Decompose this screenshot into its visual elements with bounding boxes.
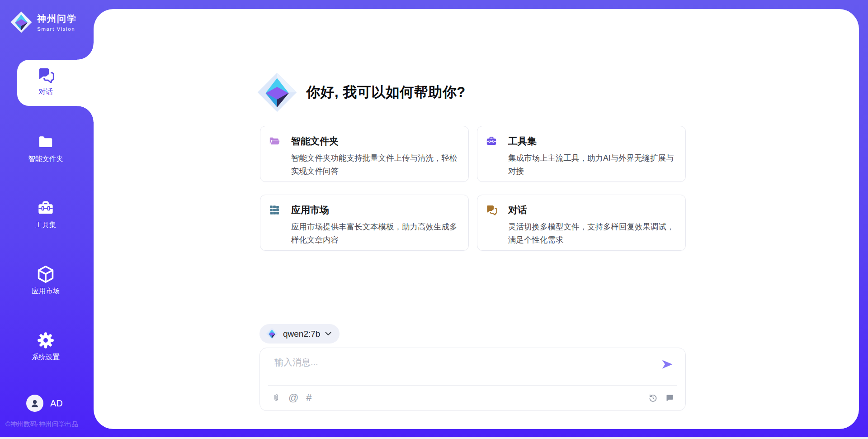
sidebar-item-toolset[interactable]: 工具集 (0, 198, 91, 230)
message-composer: @ # (259, 348, 686, 411)
sidebar-item-smart-folder[interactable]: 智能文件夹 (0, 132, 91, 164)
folder-icon (36, 132, 55, 152)
card-title: 工具集 (508, 135, 537, 148)
person-icon (29, 398, 40, 409)
chevron-down-icon (325, 332, 331, 336)
horizontal-scrollbar[interactable] (0, 437, 868, 439)
folder-open-icon (269, 135, 282, 147)
send-arrow-icon[interactable] (661, 359, 674, 370)
card-description: 灵活切换多模型文件，支持多样回复效果调试，满足个性化需求 (508, 220, 675, 247)
message-input[interactable] (274, 356, 654, 382)
greeting: 你好, 我可以如何帮助你? (256, 72, 466, 113)
composer-divider (268, 385, 677, 386)
sidebar-item-chat[interactable]: 对话 (0, 65, 91, 97)
sidebar-item-label: 智能文件夹 (28, 154, 63, 164)
briefcase-icon (486, 135, 499, 147)
at-sign-icon[interactable]: @ (288, 393, 298, 403)
card-app-market[interactable]: 应用市场 应用市场提供丰富长文本模板，助力高效生成多样化文章内容 (260, 195, 469, 251)
chat-bubbles-icon (486, 204, 499, 216)
card-description: 智能文件夹功能支持批量文件上传与清洗，轻松实现文件问答 (291, 152, 458, 178)
main-panel: 你好, 我可以如何帮助你? 智能文件夹 智能文件夹功能支持批量文件上传与清洗，轻… (94, 9, 859, 429)
card-description: 应用市场提供丰富长文本模板，助力高效生成多样化文章内容 (291, 220, 458, 247)
chat-bubbles-icon (36, 65, 55, 85)
sidebar-item-label: 工具集 (35, 220, 57, 230)
sidebar-item-label: 对话 (38, 87, 53, 97)
card-title: 智能文件夹 (291, 135, 339, 148)
active-tab-fillet-bottom (77, 106, 94, 122)
app-subtitle: Smart Vision (37, 26, 77, 32)
sidebar-item-label: 应用市场 (32, 286, 60, 296)
app-title: 神州问学 (37, 13, 77, 25)
card-title: 对话 (508, 204, 527, 216)
history-icon[interactable] (648, 393, 658, 403)
sidebar-item-app-market[interactable]: 应用市场 (0, 264, 91, 296)
user-profile[interactable]: AD (26, 395, 63, 412)
active-tab-fillet-top (77, 43, 94, 60)
card-toolset[interactable]: 工具集 集成市场上主流工具，助力AI与外界无缝扩展与对接 (477, 126, 686, 182)
feedback-bubble-icon[interactable] (665, 393, 675, 403)
toolbox-icon (36, 198, 55, 218)
grid-icon (269, 204, 282, 216)
user-initials: AD (50, 398, 63, 409)
app-logo: 神州问学 Smart Vision (10, 11, 77, 33)
app-root: 神州问学 Smart Vision 对话 智能文件夹 (0, 0, 868, 439)
card-title: 应用市场 (291, 204, 329, 216)
avatar (26, 395, 43, 412)
cube-icon (36, 264, 56, 284)
model-name: qwen2:7b (283, 329, 320, 339)
hash-icon[interactable]: # (306, 393, 311, 403)
sidebar-item-settings[interactable]: 系统设置 (0, 330, 91, 362)
card-smart-folder[interactable]: 智能文件夹 智能文件夹功能支持批量文件上传与清洗，轻松实现文件问答 (260, 126, 469, 182)
brand-diamond-icon (10, 11, 33, 33)
sidebar-item-label: 系统设置 (32, 353, 60, 362)
feature-cards: 智能文件夹 智能文件夹功能支持批量文件上传与清洗，轻松实现文件问答 (260, 126, 686, 251)
greeting-title: 你好, 我可以如何帮助你? (306, 83, 466, 102)
greeting-diamond-icon (256, 72, 298, 113)
model-selector[interactable]: qwen2:7b (259, 324, 340, 344)
copyright-text: ©神州数码·神州问学出品 (5, 420, 100, 429)
card-description: 集成市场上主流工具，助力AI与外界无缝扩展与对接 (508, 152, 675, 178)
model-diamond-icon (266, 328, 278, 340)
paperclip-icon[interactable] (272, 392, 281, 403)
gear-icon (36, 330, 55, 350)
card-chat[interactable]: 对话 灵活切换多模型文件，支持多样回复效果调试，满足个性化需求 (477, 195, 686, 251)
